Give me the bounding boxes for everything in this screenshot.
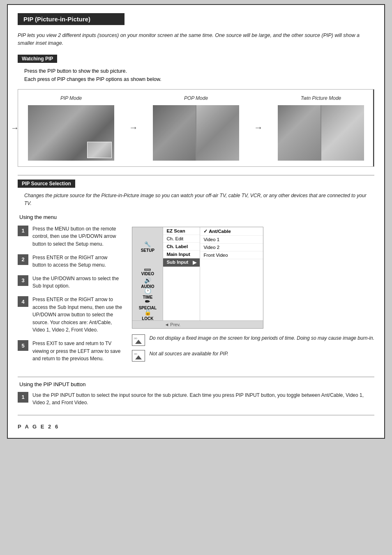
pop-mode-label: POP Mode bbox=[184, 95, 208, 101]
setup-label: SETUP bbox=[141, 248, 154, 253]
step-4-text: Press ENTER or the RIGHT arrow to access… bbox=[32, 296, 122, 334]
pop-mode-image bbox=[153, 105, 239, 161]
step-3-row: 3 Use the UP/DOWN arrows to select the S… bbox=[18, 275, 122, 290]
subinput-arrow: ▶ bbox=[193, 260, 196, 265]
step-5-text: Press EXIT to save and return to TV view… bbox=[32, 340, 122, 363]
pip-input-label: Using the PIP INPUT button bbox=[18, 381, 374, 387]
menu-icon-special: ✏ SPECIAL bbox=[132, 299, 163, 310]
twin-right-screen bbox=[321, 105, 364, 161]
special-icon: ✏ bbox=[145, 298, 150, 305]
step-4-num: 4 bbox=[18, 296, 28, 307]
pip-source-header: PIP Source Selection bbox=[18, 180, 75, 188]
pop-mode-item: POP Mode bbox=[153, 95, 239, 161]
divider2 bbox=[18, 377, 374, 377]
note-2-text: Not all sources are available for PIP. bbox=[149, 350, 228, 357]
lock-label: LOCK bbox=[142, 316, 153, 321]
step-1-text: Press the MENU button on the remote cont… bbox=[32, 225, 122, 248]
left-arrow-indicator: → bbox=[11, 123, 19, 133]
menu-item-maininput: Main Input bbox=[163, 251, 200, 258]
footer-divider bbox=[18, 415, 374, 415]
sub-item-antcable: ✓ Ant/Cable bbox=[200, 227, 263, 236]
menu-prev-row: ◄ Prev. bbox=[132, 320, 263, 328]
menu-center-time bbox=[163, 288, 200, 299]
menu-icon-setup: 🔧 SETUP bbox=[132, 227, 163, 267]
steps-menu-wrapper: 1 Press the MENU button on the remote co… bbox=[18, 225, 374, 368]
menu-full-container: 🔧 SETUP EZ Scan Ch. Edit Ch. Label Main … bbox=[132, 227, 263, 329]
audio-icon: 🔊 bbox=[144, 277, 151, 283]
page-footer: P A G E 2 6 bbox=[18, 424, 374, 430]
subinput-label: Sub Input bbox=[166, 260, 188, 265]
pip-input-section: Using the PIP INPUT button 1 Use the PIP… bbox=[18, 381, 374, 407]
pip-mode-image bbox=[28, 105, 114, 161]
step-2-row: 2 Press ENTER or the RIGHT arrow button … bbox=[18, 254, 122, 269]
video-icon bbox=[144, 269, 151, 271]
menu-center-lock bbox=[163, 310, 200, 320]
note-1-triangle bbox=[135, 340, 142, 344]
note-1-icon bbox=[132, 334, 145, 346]
menu-item-chedit: Ch. Edit bbox=[163, 235, 200, 243]
time-icon: 🕐 bbox=[144, 288, 151, 294]
menu-right-lock bbox=[200, 310, 263, 320]
watching-pip-header: Watching PIP bbox=[18, 55, 57, 63]
pip-input-step-1-num: 1 bbox=[18, 392, 28, 403]
menu-center-setup: EZ Scan Ch. Edit Ch. Label Main Input Su… bbox=[163, 227, 200, 267]
menu-icon-video: VIDEO bbox=[132, 267, 163, 278]
menu-right-video bbox=[200, 267, 263, 278]
pip-mode-item: PIP Mode bbox=[28, 95, 114, 161]
step-3-text: Use the UP/DOWN arrows to select the Sub… bbox=[32, 275, 122, 290]
note-1-row: Do not display a fixed image on the scre… bbox=[132, 334, 374, 346]
step-2-text: Press ENTER or the RIGHT arrow button to… bbox=[32, 254, 122, 269]
menu-icon-time: 🕐 TIME bbox=[132, 288, 163, 299]
menu-row-special: ✏ SPECIAL bbox=[132, 299, 263, 310]
menu-row-time: 🕐 TIME bbox=[132, 288, 263, 299]
step-1-num: 1 bbox=[18, 226, 28, 236]
menu-right-special bbox=[200, 299, 263, 310]
step-5-num: 5 bbox=[18, 340, 28, 351]
right-border-indicator bbox=[372, 90, 374, 166]
note-1-text: Do not display a fixed image on the scre… bbox=[149, 334, 374, 342]
menu-item-ezscan: EZ Scan bbox=[163, 227, 200, 235]
menu-icon-audio: 🔊 AUDIO bbox=[132, 278, 163, 288]
pop-left-screen bbox=[153, 105, 196, 161]
menu-right-sub: ✓ Ant/Cable Video 1 Video 2 Front Video bbox=[200, 227, 263, 267]
steps-col: 1 Press the MENU button on the remote co… bbox=[18, 225, 122, 368]
note-2-icon bbox=[132, 350, 145, 362]
menu-icon-lock: 🔒 LOCK bbox=[132, 310, 163, 320]
prev-label: ◄ Prev. bbox=[164, 322, 180, 327]
menu-row-audio: 🔊 AUDIO bbox=[132, 278, 263, 288]
lock-icon: 🔒 bbox=[144, 309, 151, 315]
step-4-row: 4 Press ENTER or the RIGHT arrow to acce… bbox=[18, 296, 122, 334]
menu-right-audio bbox=[200, 278, 263, 288]
step-2-num: 2 bbox=[18, 254, 28, 265]
watching-pip-desc: Press the PIP button to show the sub pic… bbox=[18, 67, 374, 83]
twin-mode-item: Twin Picture Mode bbox=[278, 95, 364, 161]
step-1-row: 1 Press the MENU button on the remote co… bbox=[18, 225, 122, 248]
intro-text: PIP lets you view 2 different inputs (so… bbox=[18, 32, 374, 47]
menu-item-chlabel: Ch. Label bbox=[163, 243, 200, 251]
pip-mode-label: PIP Mode bbox=[60, 95, 82, 101]
twin-left-screen bbox=[278, 105, 321, 161]
arrow-pop-to-twin: → bbox=[254, 122, 263, 133]
menu-item-subinput: Sub Input ▶ bbox=[163, 258, 200, 267]
watching-pip-line2: Each press of PIP changes the PIP option… bbox=[24, 76, 161, 82]
setup-icon: 🔧 bbox=[144, 241, 151, 247]
page-title: PIP (Picture-in-Picture) bbox=[18, 13, 125, 25]
using-menu-label: Using the menu bbox=[18, 214, 374, 220]
menu-row-lock: 🔒 LOCK bbox=[132, 310, 263, 320]
menu-right-time bbox=[200, 288, 263, 299]
sub-item-video2: Video 2 bbox=[200, 244, 263, 251]
step-3-num: 3 bbox=[18, 275, 28, 286]
menu-row-video: VIDEO bbox=[132, 267, 263, 278]
menu-center-special bbox=[163, 299, 200, 310]
pip-sub-screen bbox=[87, 142, 112, 158]
pip-source-section: PIP Source Selection Changes the picture… bbox=[18, 180, 374, 368]
watching-pip-section: Watching PIP Press the PIP button to sho… bbox=[18, 55, 374, 167]
note-2-row: Not all sources are available for PIP. bbox=[132, 350, 374, 362]
menu-center-video bbox=[163, 267, 200, 278]
twin-mode-label: Twin Picture Mode bbox=[301, 95, 341, 101]
menu-row-setup: 🔧 SETUP EZ Scan Ch. Edit Ch. Label Main … bbox=[132, 227, 263, 267]
menu-center-audio bbox=[163, 278, 200, 288]
sub-item-video1: Video 1 bbox=[200, 236, 263, 244]
note-2-triangle bbox=[135, 355, 142, 359]
twin-mode-image bbox=[278, 105, 364, 161]
